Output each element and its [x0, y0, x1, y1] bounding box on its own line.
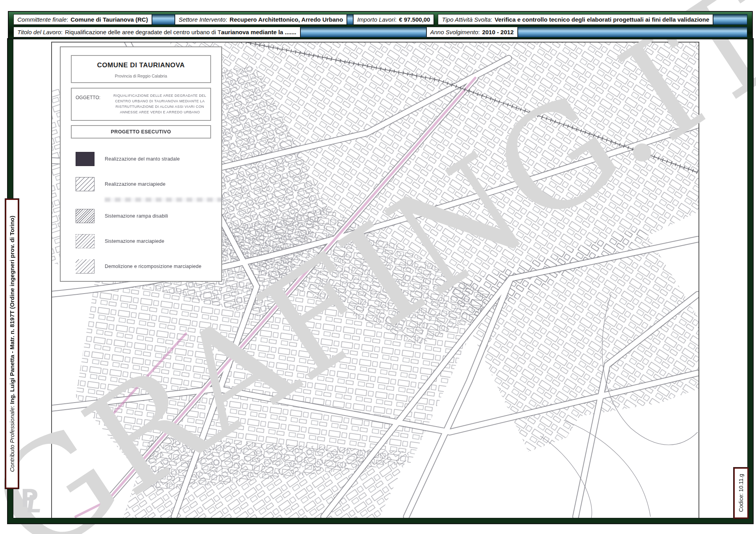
legend-swatch-demolizione-marciapiede [76, 259, 94, 273]
codice-box: Codice: 10.11.g [734, 467, 749, 519]
blue-strip [347, 14, 353, 25]
oggetto-section: OGGETTO: Riqualificazione delle aree deg… [71, 88, 211, 121]
field-value: Riqualificazione delle aree degradate de… [65, 29, 221, 35]
legend-label: Demolizione e ricomposizione marciapiede [105, 264, 202, 269]
sidebar-label: Contributo Professionale [9, 407, 15, 472]
field-tipo-attivita: Tipo Attività Svolta: Verifica e control… [438, 14, 713, 25]
header-row-2: Titolo del Lavoro: Riqualificazione dell… [13, 27, 747, 37]
codice-text: Codice: 10.11.g [738, 474, 744, 512]
legend-item: Demolizione e ricomposizione marciapiede [76, 259, 215, 273]
contributo-professionale-text: Contributo Professionale: Ing. Luigi Pan… [9, 216, 15, 472]
legend-label: Realizzazione del manto stradale [105, 156, 180, 162]
field-label: Committente finale [17, 16, 67, 23]
legend-swatch-manto-stradale [76, 152, 94, 166]
blue-strip [300, 27, 426, 37]
municipality-title: COMUNE DI TAURIANOVA [74, 61, 208, 69]
field-value: € 97.500,00 [399, 16, 430, 23]
legend-swatch-realizzazione-marciapiede [76, 177, 94, 191]
legend-label: Realizzazione marciapiede [105, 181, 165, 187]
scanned-project-sheet: GRAFING.IT COMUNE DI TAURIANOVA Provinci… [0, 0, 756, 534]
legend-item: Sistemazione rampa disabili [76, 209, 215, 223]
blue-strip [518, 27, 748, 37]
field-label: Importo Lavori [357, 16, 395, 23]
field-settore: Settore Intervento: Recupero Architetton… [175, 14, 347, 25]
field-titolo-lavoro: Titolo del Lavoro: Riqualificazione dell… [13, 27, 300, 37]
field-value-bold: aurianova mediante la ....... [221, 29, 296, 35]
legend-label: Sistemazione rampa disabili [105, 213, 168, 219]
band-gap [434, 14, 438, 25]
oggetto-label: OGGETTO: [76, 93, 109, 115]
field-anno-svolgimento: Anno Svolgimento: 2010 - 2012 [426, 27, 518, 37]
map-legend: Realizzazione del manto stradale Realizz… [76, 152, 215, 273]
sidebar-value: Ing. Luigi Panetta - Matr. n. 8197T (Ord… [9, 216, 15, 404]
legend-label: Sistemazione marciapiede [105, 238, 164, 244]
field-value: Recupero Architettonico, Arredo Urbano [230, 16, 343, 23]
field-label: Settore Intervento [179, 16, 226, 23]
pl-monogram-logo: PL [20, 486, 42, 511]
legend-swatch-sistemazione-marciapiede [76, 234, 94, 248]
blue-strip [713, 14, 747, 25]
title-block-header: COMUNE DI TAURIANOVA Provincia di Reggio… [71, 55, 211, 83]
title-block-panel: COMUNE DI TAURIANOVA Provincia di Reggio… [60, 46, 222, 282]
field-committente: Committente finale: Comune di Taurianova… [13, 14, 152, 25]
legend-item: Realizzazione del manto stradale [76, 152, 215, 166]
project-header: Committente finale: Comune di Taurianova… [8, 11, 753, 39]
monogram-letter-l: L [25, 492, 43, 516]
field-label: Titolo del Lavoro [17, 29, 61, 35]
field-value: Verifica e controllo tecnico degli elabo… [495, 16, 709, 23]
header-row-1: Committente finale: Comune di Taurianova… [13, 14, 747, 25]
legend-item: Realizzazione marciapiede [76, 177, 215, 191]
legend-swatch-rampa-disabili [76, 209, 94, 223]
field-value: 2010 - 2012 [482, 29, 513, 35]
phase-section: PROGETTO ESECUTIVO [71, 125, 211, 139]
contributo-professionale-box: Contributo Professionale: Ing. Luigi Pan… [5, 199, 19, 489]
field-value: Comune di Taurianova (RC) [70, 16, 148, 23]
blue-strip [152, 14, 175, 25]
faded-ghost-text-line [105, 198, 227, 202]
oggetto-text: Riqualificazione delle aree degradate de… [113, 93, 206, 115]
codice-value: 10.11.g [738, 474, 744, 492]
field-label: Tipo Attività Svolta [442, 16, 491, 23]
field-importo: Importo Lavori: € 97.500,00 [353, 14, 434, 25]
field-label: Anno Svolgimento [430, 29, 478, 35]
codice-label: Codice [738, 495, 744, 512]
legend-item: Sistemazione marciapiede [76, 234, 215, 248]
project-phase: PROGETTO ESECUTIVO [73, 129, 209, 135]
province-subtitle: Provincia di Reggio Calabria [74, 74, 208, 78]
